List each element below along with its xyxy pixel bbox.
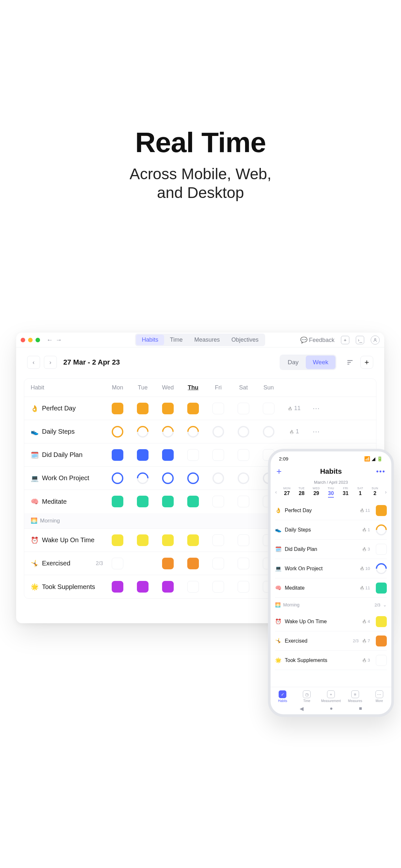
day-cell[interactable] bbox=[105, 449, 130, 461]
day-cell[interactable] bbox=[231, 534, 256, 546]
list-item[interactable]: 🧠 Meditate 11 bbox=[275, 578, 387, 598]
day-cell[interactable] bbox=[105, 403, 130, 414]
day-cell[interactable] bbox=[256, 403, 281, 414]
phone-section-morning[interactable]: 🌅 Morning 2/3 ⌄ bbox=[275, 598, 387, 612]
forward-icon[interactable]: → bbox=[56, 336, 62, 344]
day-pill[interactable]: SUN2 bbox=[368, 487, 382, 498]
day-cell[interactable] bbox=[231, 472, 256, 484]
add-button[interactable]: + bbox=[276, 466, 286, 476]
tab-measures[interactable]: ≡Measures bbox=[343, 690, 367, 703]
day-cell[interactable] bbox=[206, 472, 231, 484]
day-cell[interactable] bbox=[155, 426, 181, 438]
day-cell[interactable] bbox=[155, 581, 181, 593]
day-cell[interactable] bbox=[181, 581, 206, 593]
more-icon[interactable]: ••• bbox=[376, 467, 385, 476]
back-icon[interactable]: ← bbox=[47, 336, 53, 344]
day-cell[interactable] bbox=[105, 426, 130, 438]
close-icon[interactable] bbox=[21, 338, 25, 342]
day-cell[interactable] bbox=[130, 426, 155, 438]
day-cell[interactable] bbox=[181, 534, 206, 546]
row-more-icon[interactable]: ⋯ bbox=[307, 404, 325, 413]
day-cell[interactable] bbox=[206, 426, 231, 438]
day-cell[interactable] bbox=[206, 581, 231, 593]
feedback-link[interactable]: 💬 Feedback bbox=[300, 337, 335, 344]
day-cell[interactable] bbox=[105, 558, 130, 569]
tab-more[interactable]: ⋯More bbox=[367, 690, 391, 703]
tab-time[interactable]: Time bbox=[164, 335, 188, 345]
maximize-icon[interactable] bbox=[35, 338, 40, 342]
terminal-icon[interactable]: ›_ bbox=[356, 336, 364, 344]
list-item[interactable]: 👟 Daily Steps 1 bbox=[275, 520, 387, 539]
tab-objectives[interactable]: Objectives bbox=[226, 335, 265, 345]
day-cell[interactable] bbox=[231, 558, 256, 569]
week-prev-icon[interactable]: ‹ bbox=[273, 489, 280, 495]
day-cell[interactable] bbox=[130, 496, 155, 507]
view-segmented[interactable]: Day Week bbox=[280, 354, 336, 370]
day-pill[interactable]: WED29 bbox=[309, 487, 323, 498]
prev-week-button[interactable]: ‹ bbox=[27, 356, 40, 369]
day-cell[interactable] bbox=[231, 581, 256, 593]
list-item[interactable]: 🌟 Took Supplements 3 bbox=[275, 651, 387, 670]
tab-time[interactable]: ◷Time bbox=[295, 690, 319, 703]
day-pill[interactable]: TUE28 bbox=[294, 487, 309, 498]
list-item[interactable]: 💻 Work On Project 10 bbox=[275, 559, 387, 578]
day-cell[interactable] bbox=[231, 449, 256, 461]
list-item[interactable]: 🗓️ Did Daily Plan 3 bbox=[275, 539, 387, 559]
list-item[interactable]: 🤸 Exercised 2/3 7 bbox=[275, 631, 387, 651]
day-cell[interactable] bbox=[130, 581, 155, 593]
day-cell[interactable] bbox=[256, 426, 281, 438]
day-cell[interactable] bbox=[231, 496, 256, 507]
main-tabs[interactable]: Habits Time Measures Objectives bbox=[135, 334, 265, 346]
day-cell[interactable] bbox=[130, 534, 155, 546]
android-nav[interactable]: ◀ ● ■ bbox=[271, 706, 391, 712]
day-pill[interactable]: SAT1 bbox=[353, 487, 367, 498]
day-cell[interactable] bbox=[105, 534, 130, 546]
day-cell[interactable] bbox=[206, 534, 231, 546]
week-picker[interactable]: ‹ MON27TUE28WED29THU30FRI31SAT1SUN2 › bbox=[271, 485, 391, 501]
table-row[interactable]: 👌Perfect Day11⋯ bbox=[24, 397, 376, 420]
day-pill[interactable]: MON27 bbox=[280, 487, 294, 498]
day-cell[interactable] bbox=[130, 472, 155, 484]
table-row[interactable]: 👟Daily Steps1⋯ bbox=[24, 420, 376, 443]
day-cell[interactable] bbox=[155, 449, 181, 461]
account-icon[interactable] bbox=[371, 336, 380, 345]
seg-day[interactable]: Day bbox=[281, 355, 306, 369]
list-item[interactable]: ⏰ Wake Up On Time 4 bbox=[275, 612, 387, 631]
day-cell[interactable] bbox=[206, 558, 231, 569]
day-cell[interactable] bbox=[155, 496, 181, 507]
add-box-icon[interactable]: + bbox=[341, 336, 349, 344]
day-cell[interactable] bbox=[206, 449, 231, 461]
day-pill[interactable]: THU30 bbox=[323, 487, 338, 498]
day-cell[interactable] bbox=[155, 403, 181, 414]
tab-measures[interactable]: Measures bbox=[189, 335, 226, 345]
day-cell[interactable] bbox=[181, 472, 206, 484]
day-cell[interactable] bbox=[155, 558, 181, 569]
sort-icon[interactable] bbox=[343, 356, 357, 369]
day-cell[interactable] bbox=[231, 403, 256, 414]
day-cell[interactable] bbox=[155, 472, 181, 484]
add-habit-button[interactable]: + bbox=[360, 356, 373, 369]
day-cell[interactable] bbox=[231, 426, 256, 438]
day-cell[interactable] bbox=[181, 403, 206, 414]
day-cell[interactable] bbox=[181, 496, 206, 507]
list-item[interactable]: 👌 Perfect Day 11 bbox=[275, 501, 387, 520]
day-cell[interactable] bbox=[181, 449, 206, 461]
next-week-button[interactable]: › bbox=[44, 356, 57, 369]
day-cell[interactable] bbox=[130, 403, 155, 414]
day-cell[interactable] bbox=[130, 449, 155, 461]
traffic-lights[interactable] bbox=[21, 338, 40, 342]
day-cell[interactable] bbox=[181, 426, 206, 438]
android-recents-icon[interactable]: ■ bbox=[359, 706, 362, 712]
tab-habits[interactable]: ✓Habits bbox=[271, 690, 295, 703]
seg-week[interactable]: Week bbox=[306, 355, 335, 369]
minimize-icon[interactable] bbox=[28, 338, 33, 342]
day-cell[interactable] bbox=[105, 472, 130, 484]
day-cell[interactable] bbox=[105, 496, 130, 507]
android-home-icon[interactable]: ● bbox=[330, 706, 333, 712]
phone-tabbar[interactable]: ✓Habits◷Time+Measurement≡Measures⋯More bbox=[271, 687, 391, 703]
day-cell[interactable] bbox=[206, 496, 231, 507]
row-more-icon[interactable]: ⋯ bbox=[307, 428, 325, 436]
week-next-icon[interactable]: › bbox=[382, 489, 390, 495]
day-cell[interactable] bbox=[181, 558, 206, 569]
tab-habits[interactable]: Habits bbox=[136, 335, 164, 345]
